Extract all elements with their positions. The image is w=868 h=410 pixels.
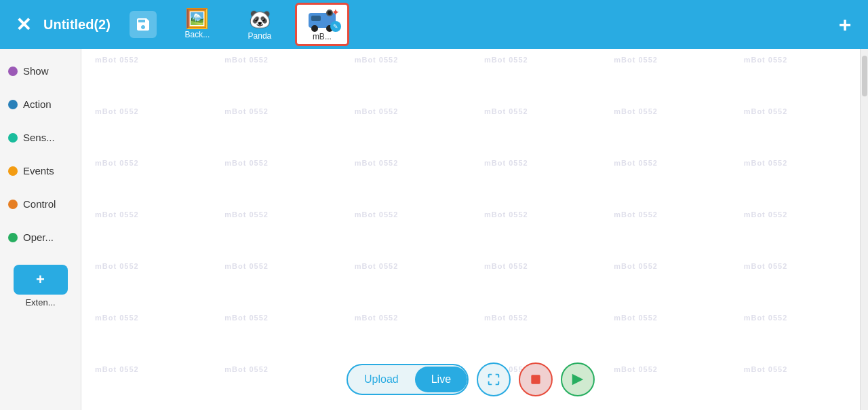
- operators-dot: [8, 233, 18, 242]
- watermark-text: mBot 0552: [355, 107, 399, 115]
- go-button[interactable]: [561, 362, 595, 396]
- back-tab-icon: 🖼️: [185, 10, 209, 29]
- add-button[interactable]: +: [833, 12, 857, 37]
- watermark-text: mBot 0552: [355, 314, 399, 322]
- watermark-text: mBot 0552: [744, 159, 788, 167]
- sidebar-item-control[interactable]: Control: [0, 187, 81, 221]
- watermark-text: mBot 0552: [95, 159, 139, 167]
- mbot-tab-icon: ✦ ✎: [309, 7, 336, 31]
- watermark-text: mBot 0552: [224, 262, 269, 270]
- show-dot: [8, 67, 18, 76]
- sidebar: Show Action Sens... Events Control Oper.…: [0, 49, 81, 410]
- watermark-text: mBot 0552: [95, 365, 139, 373]
- watermark-text: mBot 0552: [224, 56, 269, 64]
- sidebar-item-events-label: Events: [23, 165, 54, 176]
- watermark-text: mBot 0552: [484, 56, 528, 64]
- watermark-text: mBot 0552: [614, 107, 658, 115]
- watermark-text: mBot 0552: [614, 159, 658, 167]
- watermark-text: mBot 0552: [744, 262, 788, 270]
- control-dot: [8, 200, 18, 209]
- watermark-text: mBot 0552: [224, 210, 269, 219]
- tab-mbot-label: mB...: [313, 32, 332, 41]
- events-dot: [8, 166, 18, 176]
- watermark-text: mBot 0552: [95, 56, 139, 64]
- extend-button[interactable]: +: [14, 265, 68, 295]
- tab-panda[interactable]: 🐼 Panda: [233, 3, 287, 46]
- extend-plus-icon: +: [36, 271, 45, 288]
- sidebar-item-events[interactable]: Events: [0, 154, 81, 187]
- watermark-text: mBot 0552: [224, 159, 269, 167]
- header: ✕ Untitled(2) 🖼️ Back... 🐼 Panda: [0, 0, 868, 49]
- sidebar-item-show-label: Show: [23, 65, 49, 77]
- sensors-dot: [8, 133, 18, 143]
- action-dot: [8, 100, 18, 109]
- watermark-text: mBot 0552: [614, 56, 658, 64]
- watermark-text: mBot 0552: [355, 56, 399, 64]
- sidebar-item-sensors-label: Sens...: [23, 132, 55, 143]
- watermark-grid: // Generate watermark positions const gr…: [81, 49, 860, 410]
- close-button[interactable]: ✕: [11, 14, 35, 36]
- right-scrollbar[interactable]: [860, 49, 868, 410]
- extend-label: Exten...: [25, 297, 55, 312]
- tab-back-label: Back...: [185, 30, 210, 39]
- watermark-text: mBot 0552: [744, 107, 788, 115]
- main-layout: Show Action Sens... Events Control Oper.…: [0, 49, 868, 410]
- watermark-text: mBot 0552: [355, 159, 399, 167]
- watermark-text: mBot 0552: [95, 210, 139, 219]
- save-button[interactable]: [130, 11, 157, 38]
- watermark-text: mBot 0552: [614, 262, 658, 270]
- watermark-text: mBot 0552: [224, 365, 269, 373]
- scroll-thumb[interactable]: [862, 56, 867, 96]
- sidebar-item-show[interactable]: Show: [0, 54, 81, 88]
- watermark-text: mBot 0552: [95, 107, 139, 115]
- frame-icon: [486, 372, 501, 387]
- frame-button[interactable]: [477, 362, 511, 396]
- watermark-text: mBot 0552: [484, 107, 528, 115]
- watermark-text: mBot 0552: [355, 210, 399, 219]
- watermark-text: mBot 0552: [744, 365, 788, 373]
- stop-icon: [529, 373, 542, 386]
- svg-rect-0: [531, 375, 540, 384]
- go-icon: [570, 372, 585, 387]
- watermark-text: mBot 0552: [744, 56, 788, 64]
- sidebar-item-operators-label: Oper...: [23, 231, 54, 243]
- sidebar-item-operators[interactable]: Oper...: [0, 221, 81, 254]
- panda-tab-icon: 🐼: [249, 9, 271, 30]
- sidebar-item-control-label: Control: [23, 198, 56, 210]
- tab-panda-label: Panda: [248, 31, 272, 41]
- watermark-text: mBot 0552: [744, 314, 788, 322]
- watermark-text: mBot 0552: [484, 262, 528, 270]
- tab-back[interactable]: 🖼️ Back...: [170, 3, 224, 46]
- sidebar-item-action[interactable]: Action: [0, 88, 81, 121]
- watermark-text: mBot 0552: [614, 365, 658, 373]
- sidebar-item-action-label: Action: [23, 98, 52, 110]
- watermark-text: mBot 0552: [614, 314, 658, 322]
- live-button[interactable]: Live: [415, 367, 467, 392]
- bottom-controls: Upload Live: [347, 362, 595, 396]
- save-icon: [135, 16, 151, 33]
- watermark-text: mBot 0552: [224, 107, 269, 115]
- watermark-text: mBot 0552: [614, 210, 658, 219]
- page-title: Untitled(2): [43, 17, 111, 33]
- watermark-text: mBot 0552: [484, 159, 528, 167]
- stop-button[interactable]: [519, 362, 553, 396]
- watermark-text: mBot 0552: [95, 314, 139, 322]
- watermark-text: mBot 0552: [484, 210, 528, 219]
- watermark-text: mBot 0552: [355, 262, 399, 270]
- tab-mbot[interactable]: ✦ ✎ mB...: [295, 3, 349, 46]
- upload-live-toggle: Upload Live: [347, 364, 469, 395]
- watermark-text: mBot 0552: [484, 314, 528, 322]
- watermark-text: mBot 0552: [224, 314, 269, 322]
- sidebar-item-sensors[interactable]: Sens...: [0, 121, 81, 154]
- canvas-area[interactable]: // Generate watermark positions const gr…: [81, 49, 860, 410]
- watermark-text: mBot 0552: [744, 210, 788, 219]
- watermark-text: mBot 0552: [95, 262, 139, 270]
- upload-button[interactable]: Upload: [348, 367, 415, 392]
